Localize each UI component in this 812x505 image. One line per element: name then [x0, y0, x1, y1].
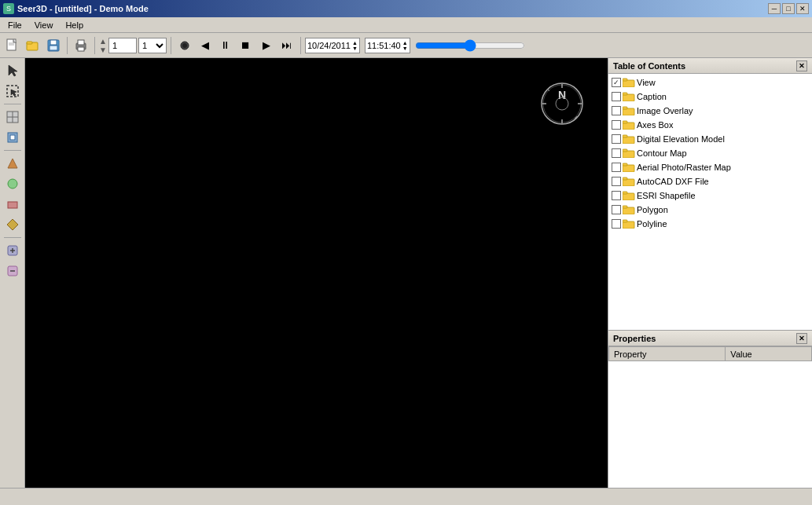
close-button[interactable]: ✕ [796, 3, 809, 14]
time-display: 11:51:40 ▲ ▼ [365, 38, 410, 53]
toc-header: Table of Contents ✕ [608, 58, 812, 74]
timeline-slider[interactable] [415, 39, 525, 52]
minimize-button[interactable]: ─ [768, 3, 781, 14]
svg-rect-23 [8, 202, 17, 208]
date-spinner[interactable]: ▲ ▼ [352, 40, 358, 51]
svg-marker-24 [7, 219, 18, 230]
stop-button[interactable]: ⏹ [237, 36, 255, 55]
toc-checkbox[interactable] [612, 106, 621, 115]
svg-rect-61 [623, 206, 627, 208]
svg-rect-63 [623, 220, 627, 222]
folder-icon [623, 177, 635, 186]
folder-icon [623, 78, 635, 87]
svg-rect-53 [623, 149, 627, 152]
menu-view[interactable]: View [28, 19, 60, 31]
left-sep-3 [4, 237, 21, 238]
window-controls: ─ □ ✕ [768, 3, 809, 14]
toc-item-label: ESRI Shapefile [637, 191, 696, 200]
props-content: Property Value [608, 346, 812, 488]
folder-icon [623, 106, 635, 115]
viewport[interactable]: N [25, 58, 608, 488]
svg-rect-4 [27, 42, 32, 44]
open-button[interactable] [24, 36, 42, 55]
toc-item[interactable]: ESRI Shapefile [608, 188, 812, 203]
tool5[interactable] [3, 154, 22, 173]
toc-item[interactable]: Polygon [608, 203, 812, 217]
status-bar [0, 488, 812, 505]
save-button[interactable] [44, 36, 63, 55]
toc-item[interactable]: AutoCAD DXF File [608, 174, 812, 188]
tool4[interactable] [3, 128, 22, 147]
date-display: 10/24/2011 ▲ ▼ [305, 38, 360, 53]
toc-item[interactable]: Image Overlay [608, 104, 812, 118]
time-value: 11:51:40 [367, 41, 401, 50]
prev-button[interactable]: ◀ [196, 36, 215, 55]
time-spinner[interactable]: ▲ ▼ [402, 40, 408, 51]
svg-rect-43 [623, 79, 627, 81]
toc-checkbox[interactable] [612, 205, 621, 214]
tool6[interactable] [3, 174, 22, 193]
step-back-button[interactable]: ⏸ [216, 36, 235, 55]
toc-checkbox[interactable]: ✓ [612, 78, 621, 87]
folder-icon [623, 120, 635, 130]
menu-bar: File View Help [0, 17, 812, 33]
separator-1 [67, 37, 68, 54]
svg-rect-20 [10, 135, 15, 140]
menu-help[interactable]: Help [59, 19, 90, 31]
select-tool[interactable] [3, 82, 22, 101]
toc-item-label: Caption [637, 92, 667, 101]
folder-icon [623, 163, 635, 172]
svg-marker-13 [9, 65, 17, 76]
new-button[interactable] [3, 36, 22, 55]
toc-checkbox[interactable] [612, 177, 621, 186]
toc-item[interactable]: Polyline [608, 217, 812, 231]
svg-point-12 [182, 43, 187, 48]
props-table: Property Value [608, 346, 812, 361]
app-icon: S [3, 3, 14, 14]
pointer-tool[interactable] [3, 61, 22, 80]
svg-rect-55 [623, 163, 627, 166]
toc-item[interactable]: Contour Map [608, 146, 812, 160]
menu-file[interactable]: File [2, 19, 28, 31]
main-area: N Table of Contents ✕ ✓ View Caption Ima… [0, 58, 812, 488]
folder-icon [623, 134, 635, 144]
toc-checkbox[interactable] [612, 219, 621, 229]
frame-select[interactable]: 1 [138, 38, 167, 53]
toc-item-label: Aerial Photo/Raster Map [637, 163, 731, 172]
props-header: Properties ✕ [608, 331, 812, 346]
toc-checkbox[interactable] [612, 134, 621, 144]
toc-content[interactable]: ✓ View Caption Image Overlay Axes Box Di… [608, 74, 812, 330]
toc-item[interactable]: Caption [608, 90, 812, 104]
folder-icon [623, 205, 635, 214]
tool8[interactable] [3, 215, 22, 234]
toc-item-label: Image Overlay [637, 106, 693, 115]
left-sep-1 [4, 104, 21, 104]
toc-item[interactable]: Digital Elevation Model [608, 132, 812, 146]
frame-input[interactable] [108, 38, 137, 53]
left-sep-2 [4, 150, 21, 151]
title-bar: S Seer3D - [untitled] - Demo Mode ─ □ ✕ [0, 0, 812, 17]
print-button[interactable] [72, 36, 90, 55]
record-button[interactable] [175, 36, 194, 55]
folder-icon [623, 219, 635, 229]
toc-item-label: Polyline [637, 219, 667, 229]
toc-item[interactable]: ✓ View [608, 75, 812, 90]
tool9[interactable] [3, 241, 22, 260]
props-close-button[interactable]: ✕ [796, 333, 807, 344]
tool10[interactable] [3, 262, 22, 280]
play-button[interactable]: ▶ [257, 36, 276, 55]
toc-item-label: Polygon [637, 205, 668, 214]
toc-item[interactable]: Aerial Photo/Raster Map [608, 160, 812, 174]
restore-button[interactable]: □ [782, 3, 795, 14]
toc-checkbox[interactable] [612, 148, 621, 158]
pan-tool[interactable] [3, 108, 22, 126]
toc-item[interactable]: Axes Box [608, 118, 812, 132]
toc-checkbox[interactable] [612, 120, 621, 130]
folder-icon [623, 191, 635, 200]
toc-close-button[interactable]: ✕ [796, 60, 807, 71]
toc-checkbox[interactable] [612, 92, 621, 101]
tool7[interactable] [3, 195, 22, 214]
toc-checkbox[interactable] [612, 163, 621, 172]
toc-checkbox[interactable] [612, 191, 621, 200]
fast-forward-button[interactable]: ⏭ [277, 36, 296, 55]
